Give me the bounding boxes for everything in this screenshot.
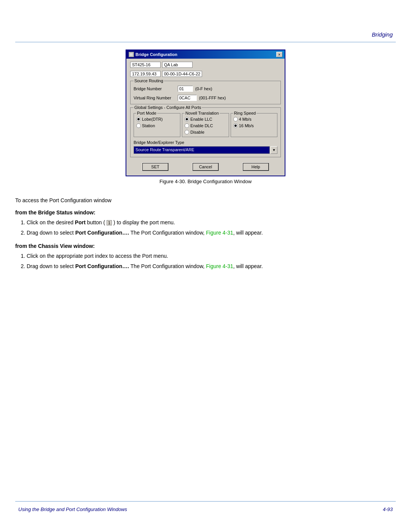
ip-address: 172.19.59.43	[130, 71, 161, 77]
enable-dlc-row: Enable DLC	[185, 123, 226, 128]
4mb-label: 4 Mb/s	[239, 117, 252, 121]
dialog-body: ST425-16 QA Lab 172.19.59.43 00-00-1D-44…	[126, 59, 285, 176]
station-label: Station	[142, 123, 155, 128]
global-settings-group: Global Settings - Configure All Ports Po…	[130, 107, 281, 157]
disable-label: Disable	[190, 130, 204, 134]
info-row: ST425-16 QA Lab	[130, 62, 281, 68]
virtual-ring-hint: (001-FFF hex)	[199, 96, 226, 100]
disable-row: Disable	[185, 130, 226, 134]
16mb-label: 16 Mb/s	[239, 123, 254, 128]
source-routing-label: Source Routing	[134, 78, 164, 83]
header-rule	[15, 42, 396, 42]
device-name: ST425-16	[130, 62, 161, 68]
footer-left: Using the Bridge and Port Configuration …	[18, 506, 127, 512]
item3-text: Click on the appropriate port index to a…	[27, 253, 168, 259]
titlebar-left: ⊞ Bridge Configuration	[129, 52, 177, 57]
dialog-titlebar: ⊞ Bridge Configuration ×	[126, 50, 285, 59]
disable-radio[interactable]	[185, 130, 189, 134]
dialog-container: ⊞ Bridge Configuration × ST425-16 QA Lab…	[15, 50, 396, 191]
item4-text: Drag down to select Port Configuration….…	[27, 263, 263, 269]
4mb-radio[interactable]	[233, 117, 238, 121]
port-mode-label: Port Mode	[136, 111, 157, 115]
figure-link-1[interactable]: Figure 4-31	[206, 230, 233, 236]
bridge-number-label: Bridge Number	[134, 86, 175, 91]
close-button[interactable]: ×	[276, 52, 282, 57]
intro-text: To access the Port Configuration window	[15, 197, 396, 203]
list-item: Click on the desired Port button ( 1 ) t…	[27, 219, 396, 227]
enable-llc-radio[interactable]	[185, 117, 189, 121]
enable-llc-label: Enable LLC	[190, 117, 212, 121]
info-row-2: 172.19.59.43 00-00-1D-44-C6-22	[130, 71, 281, 77]
dropdown-row: Source Route Transparent/ARE ▼	[134, 146, 277, 154]
dialog-icon: ⊞	[129, 52, 134, 57]
port-mode-group: Port Mode Lobe(DTR) Station	[134, 113, 180, 137]
inner-groups: Port Mode Lobe(DTR) Station	[134, 113, 277, 137]
station-radio[interactable]	[136, 123, 141, 128]
enable-llc-row: Enable LLC	[185, 117, 226, 121]
item2-text: Drag down to select Port Configuration….…	[27, 230, 263, 236]
enable-dlc-label: Enable DLC	[190, 123, 213, 128]
bridge-mode-label: Bridge Mode/Explorer Type	[134, 140, 277, 145]
dialog-title: Bridge Configuration	[135, 52, 177, 57]
4mb-row: 4 Mb/s	[233, 117, 275, 121]
set-button[interactable]: SET	[142, 163, 169, 171]
lobe-radio[interactable]	[136, 117, 141, 121]
mac-address: 00-00-1D-44-C6-22	[162, 71, 202, 77]
page-title: Bridging	[372, 31, 393, 38]
novell-translation-group: Novell Translation Enable LLC Enable DLC	[182, 113, 229, 137]
list-item: Click on the appropriate port index to a…	[27, 252, 396, 260]
main-content: ⊞ Bridge Configuration × ST425-16 QA Lab…	[15, 50, 396, 274]
section1-list: Click on the desired Port button ( 1 ) t…	[27, 219, 396, 237]
virtual-ring-row: Virtual Ring Number (001-FFF hex)	[134, 95, 277, 101]
enable-dlc-radio[interactable]	[185, 123, 189, 128]
virtual-ring-input[interactable]	[178, 95, 197, 101]
help-button[interactable]: Help	[242, 163, 269, 171]
figure-caption: Figure 4-30. Bridge Configuration Window	[159, 179, 252, 184]
global-settings-label: Global Settings - Configure All Ports	[134, 105, 202, 110]
section2-heading: from the Chassis View window:	[15, 243, 396, 249]
section2-list: Click on the appropriate port index to a…	[27, 252, 396, 270]
footer-rule	[15, 501, 396, 502]
port-mode-station-row: Station	[136, 123, 178, 128]
bridge-number-input[interactable]	[178, 86, 193, 92]
dropdown-arrow-icon[interactable]: ▼	[271, 146, 277, 154]
virtual-ring-label: Virtual Ring Number	[134, 96, 175, 100]
bridge-config-dialog: ⊞ Bridge Configuration × ST425-16 QA Lab…	[126, 50, 285, 176]
bridge-number-row: Bridge Number (0-F hex)	[134, 86, 277, 92]
footer-right: 4-93	[383, 506, 393, 512]
figure-link-2[interactable]: Figure 4-31	[206, 263, 233, 269]
bridge-mode-section: Bridge Mode/Explorer Type Source Route T…	[134, 140, 277, 154]
list-item: Drag down to select Port Configuration….…	[27, 262, 396, 270]
bridge-number-hint: (0-F hex)	[195, 86, 212, 91]
dialog-buttons: SET Cancel Help	[130, 161, 281, 173]
16mb-row: 16 Mb/s	[233, 123, 275, 128]
cancel-button[interactable]: Cancel	[192, 163, 219, 171]
list-item: Drag down to select Port Configuration….…	[27, 229, 396, 237]
source-routing-group: Source Routing Bridge Number (0-F hex) V…	[130, 81, 281, 104]
bridge-mode-dropdown[interactable]: Source Route Transparent/ARE	[134, 146, 270, 154]
novell-translation-label: Novell Translation	[185, 111, 219, 115]
ring-speed-group: Ring Speed 4 Mb/s 16 Mb/s	[231, 113, 277, 137]
port-mode-lobe-row: Lobe(DTR)	[136, 117, 178, 121]
section1-heading: from the Bridge Status window:	[15, 209, 396, 216]
item1-before: Click on the desired Port button ( 1 ) t…	[27, 219, 175, 225]
ring-speed-label: Ring Speed	[233, 111, 257, 115]
16mb-radio[interactable]	[233, 123, 238, 128]
lab-name: QA Lab	[162, 62, 193, 68]
lobe-label: Lobe(DTR)	[142, 117, 162, 121]
